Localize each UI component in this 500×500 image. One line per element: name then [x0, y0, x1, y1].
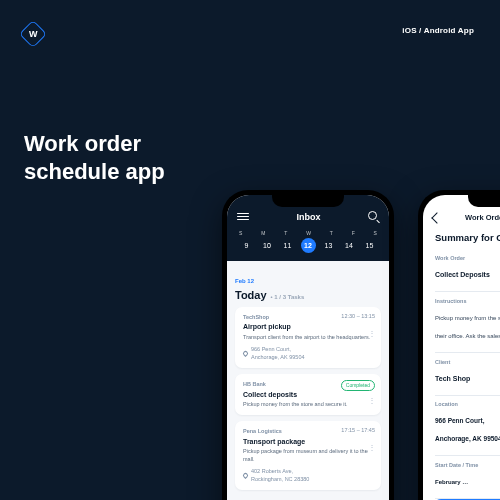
- pin-icon: [242, 472, 249, 479]
- screen-title: Work Order Repo: [465, 213, 500, 222]
- kebab-icon[interactable]: ⋮: [368, 443, 375, 454]
- phone-inbox: Inbox SMTWTFS 9101112131415 Feb 12 Today…: [222, 190, 394, 500]
- task-time: 17:15 – 17:45: [341, 427, 375, 434]
- week-day-labels: SMTWTFS: [237, 230, 379, 236]
- instructions-text: Pickup money from the store. It should b…: [435, 315, 500, 339]
- screen-title: Inbox: [297, 212, 321, 222]
- brand-letter: W: [29, 29, 38, 39]
- work-order-value: Collect Deposits: [435, 271, 490, 278]
- week-dates[interactable]: 9101112131415: [237, 238, 379, 253]
- search-icon[interactable]: [368, 211, 379, 222]
- task-time: 12:30 – 13:15: [341, 313, 375, 320]
- hero-title: Work order schedule app: [24, 130, 165, 185]
- back-icon[interactable]: [431, 212, 442, 223]
- kebab-icon[interactable]: ⋮: [368, 329, 375, 340]
- summary-heading: Summary for Cust: [423, 228, 500, 253]
- task-card[interactable]: Completed ⋮ HB Bank Collect deposits Pic…: [235, 374, 381, 415]
- platform-label: iOS / Android App: [402, 26, 474, 35]
- task-card[interactable]: 17:15 – 17:45 ⋮ Pena Logistics Transport…: [235, 421, 381, 490]
- task-counter: • 1 / 3 Tasks: [271, 294, 305, 300]
- pin-icon: [242, 350, 249, 357]
- client-value: Tech Shop: [435, 375, 470, 382]
- kebab-icon[interactable]: ⋮: [368, 396, 375, 407]
- menu-icon[interactable]: [237, 213, 249, 221]
- start-date: February …: [435, 479, 468, 485]
- phone-report: Work Order Repo Summary for Cust Work Or…: [418, 190, 500, 500]
- location-value: 966 Penn Court, Anchorage, AK 99504: [435, 417, 500, 442]
- brand-logo: W: [19, 20, 47, 48]
- today-heading: Today: [235, 289, 267, 301]
- task-card[interactable]: 12:30 – 13:15 ⋮ TechShop Airport pickup …: [235, 307, 381, 368]
- selected-date-label[interactable]: Feb 12: [235, 278, 254, 284]
- status-chip: Completed: [341, 380, 375, 391]
